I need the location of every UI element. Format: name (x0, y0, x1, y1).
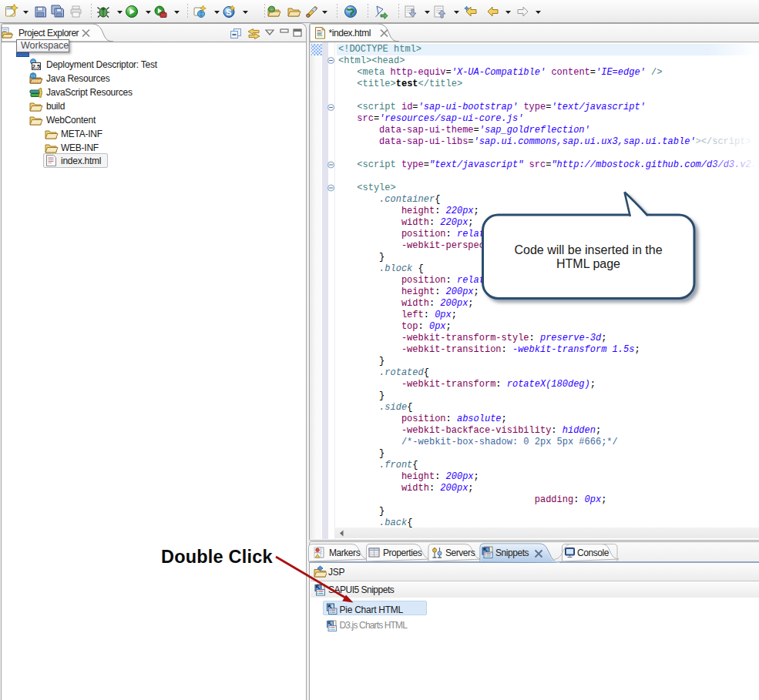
svg-text:2.5: 2.5 (32, 63, 40, 70)
